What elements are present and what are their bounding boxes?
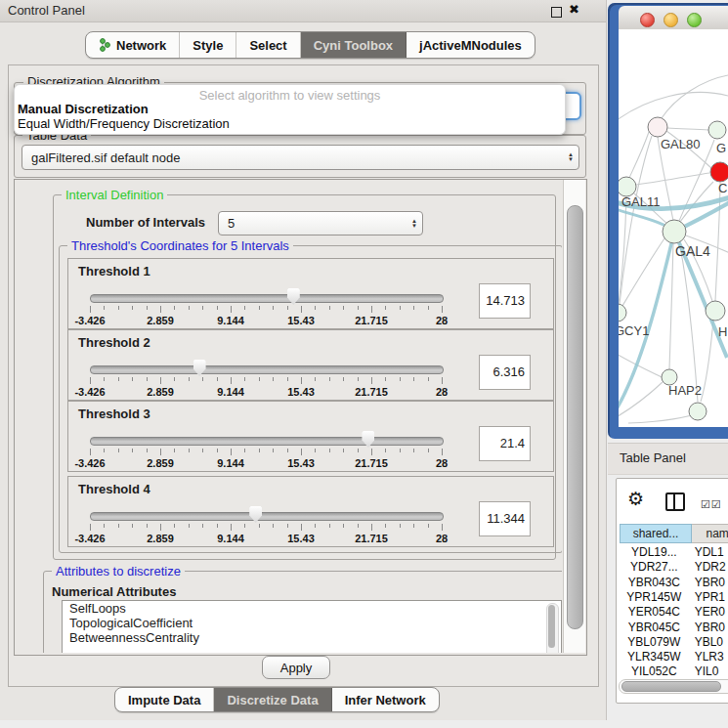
table-horizontal-scrollbar-thumb[interactable] [621, 681, 721, 692]
network-canvas[interactable]: GAL80GCGAL11GAL4GCY1HHAP2 [619, 29, 728, 427]
network-node-gal80[interactable] [648, 117, 667, 137]
cell-name[interactable]: YBL0 [689, 635, 728, 650]
network-node-gal11[interactable] [619, 177, 636, 196]
network-edge[interactable] [662, 75, 728, 118]
slider-track[interactable] [90, 294, 444, 303]
slider-track[interactable] [90, 437, 444, 446]
gear-icon[interactable]: ⚙ [627, 490, 644, 508]
float-icon[interactable] [551, 7, 562, 18]
bottom-tab-infer-network[interactable]: Infer Network [332, 688, 439, 711]
cell-shared-name[interactable]: YDL19... [620, 545, 689, 560]
tick-mark [147, 377, 148, 381]
cell-shared-name[interactable]: YBR043C [620, 576, 689, 590]
column-header-name[interactable]: name [692, 524, 728, 543]
cell-shared-name[interactable]: YLR345W [620, 650, 689, 664]
slider-track[interactable] [90, 512, 444, 521]
table-row[interactable]: YDR27...YDR2 [620, 560, 728, 575]
network-node[interactable] [689, 403, 707, 420]
tab-style[interactable]: Style [180, 32, 236, 58]
network-edge[interactable] [636, 173, 709, 185]
table-row[interactable]: YBR043CYBR0 [620, 576, 728, 590]
network-edge-highlighted[interactable] [619, 232, 674, 412]
apply-button[interactable]: Apply [262, 656, 330, 679]
cell-name[interactable]: YIL0 [689, 664, 728, 679]
network-node-g[interactable] [708, 121, 726, 139]
cell-name[interactable]: YPR1 [689, 590, 728, 605]
settings-scrollbar-thumb[interactable] [567, 205, 583, 629]
attribute-item-betweennesscentrality[interactable]: BetweennessCentrality [63, 630, 561, 645]
table-row[interactable]: YER054CYER0 [620, 605, 728, 620]
cell-shared-name[interactable]: YIL052C [620, 664, 689, 679]
network-node-gal4[interactable] [663, 220, 686, 243]
table-row[interactable]: YBR045CYBR0 [620, 621, 728, 635]
table-row[interactable]: YIL052CYIL0 [620, 664, 728, 679]
attributes-list-scrollbar[interactable] [546, 603, 559, 653]
split-view-icon[interactable] [665, 492, 685, 511]
network-edge[interactable] [669, 243, 673, 369]
network-node-h[interactable] [706, 301, 725, 321]
network-edge[interactable] [667, 128, 708, 130]
bottom-tab-discretize-data[interactable]: Discretize Data [214, 688, 331, 711]
control-panel-titlebar[interactable] [0, 0, 606, 22]
tab-label: Cyni Toolbox [314, 38, 393, 53]
tick-mark [189, 306, 190, 310]
number-of-intervals-combobox[interactable]: 5 ▲▼ [218, 211, 423, 236]
cell-shared-name[interactable]: YPR145W [620, 590, 689, 605]
network-node-c[interactable] [710, 162, 728, 182]
network-view-window[interactable]: GAL80GCGAL11GAL4GCY1HHAP2 [608, 3, 728, 439]
network-node-gcy1[interactable] [619, 304, 626, 321]
threshold-2-value-field[interactable]: 6.316 [479, 355, 531, 390]
algorithm-option-manual-discretization[interactable]: Manual Discretization [18, 102, 562, 116]
threshold-1-value-field[interactable]: 14.713 [479, 283, 531, 319]
cell-name[interactable]: YDL1 [689, 545, 728, 560]
cell-name[interactable]: YLR3 [689, 650, 728, 664]
table-row[interactable]: YPR145WYPR1 [620, 590, 728, 605]
spinner-arrows-icon[interactable]: ▲▼ [407, 219, 422, 229]
table-row[interactable]: YLR345WYLR3 [620, 650, 728, 664]
threshold-2-slider[interactable]: -3.4262.8599.14415.4321.71528 [90, 360, 442, 399]
threshold-3-value-field[interactable]: 21.4 [479, 426, 531, 461]
network-edge[interactable] [701, 321, 713, 402]
attribute-item-selfloops[interactable]: SelfLoops [63, 601, 561, 616]
minimize-light-icon[interactable] [664, 13, 678, 27]
tab-network[interactable]: Network [86, 32, 180, 58]
table-data-combobox[interactable]: galFiltered.sif default node ▲▼ [21, 145, 579, 170]
tick-mark [202, 449, 203, 452]
cell-name[interactable]: YER0 [689, 605, 728, 620]
tab-select[interactable]: Select [236, 32, 300, 58]
cell-shared-name[interactable]: YBL079W [620, 635, 689, 650]
bottom-tab-impute-data[interactable]: Impute Data [115, 688, 214, 711]
tab-jactivemnodules[interactable]: jActiveMNodules [407, 32, 535, 58]
threshold-4-slider[interactable]: -3.4262.8599.14415.4321.71528 [90, 506, 442, 545]
cell-shared-name[interactable]: YDR27... [620, 560, 689, 575]
settings-scrollbar[interactable] [563, 180, 585, 653]
threshold-1-slider[interactable]: -3.4262.8599.14415.4321.71528 [90, 288, 442, 327]
column-header-shared-name[interactable]: shared... [620, 524, 692, 543]
algorithm-option-equal-width-frequency-discretization[interactable]: Equal Width/Frequency Discretization [18, 116, 562, 131]
select-columns-icon[interactable]: ☑☑ [701, 498, 722, 511]
zoom-light-icon[interactable] [687, 13, 702, 27]
network-node-label: GAL80 [661, 137, 700, 151]
slider-track[interactable] [90, 365, 444, 374]
attribute-item-topologicalcoefficient[interactable]: TopologicalCoefficient [63, 616, 561, 630]
close-icon[interactable]: ✖ [569, 2, 579, 17]
close-light-icon[interactable] [640, 13, 655, 27]
threshold-4-value-field[interactable]: 11.344 [479, 501, 531, 536]
tick-mark [273, 377, 274, 381]
table-horizontal-scrollbar[interactable] [619, 679, 728, 694]
tick-mark [273, 306, 274, 310]
threshold-3-slider[interactable]: -3.4262.8599.14415.4321.71528 [90, 431, 442, 470]
cell-shared-name[interactable]: YER054C [620, 605, 689, 620]
numerical-attributes-list[interactable]: SelfLoopsTopologicalCoefficientBetweenne… [62, 600, 562, 653]
table-row[interactable]: YDL19...YDL1 [620, 545, 728, 560]
cell-name[interactable]: YBR0 [689, 621, 728, 635]
cell-name[interactable]: YDR2 [689, 560, 728, 575]
tab-cyni-toolbox[interactable]: Cyni Toolbox [301, 32, 407, 58]
cell-name[interactable]: YBR0 [689, 576, 728, 590]
table-row[interactable]: YBL079WYBL0 [620, 635, 728, 650]
spinner-arrows-icon[interactable]: ▲▼ [563, 152, 578, 162]
cell-shared-name[interactable]: YBR045C [620, 621, 689, 635]
network-edge[interactable] [619, 382, 663, 419]
network-edge[interactable] [619, 92, 728, 123]
scale-label: 15.43 [287, 315, 315, 326]
